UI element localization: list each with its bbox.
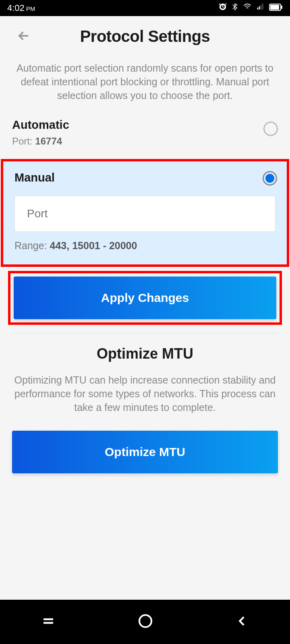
automatic-title: Automatic: [12, 118, 278, 132]
status-bar: 4:02 PM: [0, 0, 290, 16]
manual-radio[interactable]: [263, 171, 277, 186]
mtu-section-title: Optimize MTU: [0, 345, 290, 362]
wifi-icon: [242, 3, 252, 13]
port-input[interactable]: [14, 196, 276, 232]
svg-rect-5: [270, 5, 279, 10]
svg-rect-0: [257, 8, 259, 10]
status-icons: [218, 2, 283, 14]
battery-icon: [269, 3, 283, 13]
svg-rect-3: [262, 4, 263, 10]
manual-highlight: Manual Range: 443, 15001 - 20000: [1, 159, 289, 267]
port-description: Automatic port selection randomly scans …: [0, 62, 290, 102]
automatic-radio[interactable]: [263, 122, 278, 136]
manual-title: Manual: [14, 171, 276, 184]
signal-icon: [256, 3, 265, 13]
time-value: 4:02: [7, 3, 25, 13]
automatic-port-label: Port:: [12, 136, 35, 147]
divider: [12, 333, 278, 333]
back-nav-button[interactable]: [235, 614, 249, 630]
navigation-bar: [0, 600, 290, 644]
optimize-mtu-button[interactable]: Optimize MTU: [12, 431, 278, 473]
status-time: 4:02 PM: [7, 3, 35, 13]
time-ampm: PM: [26, 5, 35, 12]
page-title: Protocol Settings: [12, 27, 278, 45]
back-button[interactable]: [16, 28, 31, 45]
automatic-port: Port: 16774: [12, 136, 278, 147]
alarm-icon: [218, 2, 227, 14]
mtu-description: Optimizing MTU can help increase connect…: [0, 374, 290, 414]
automatic-port-value: 16774: [35, 136, 62, 147]
home-button[interactable]: [137, 613, 153, 631]
recent-apps-button[interactable]: [41, 614, 56, 630]
automatic-option[interactable]: Automatic Port: 16774: [0, 109, 290, 156]
bluetooth-icon: [231, 2, 238, 14]
svg-rect-2: [261, 5, 262, 10]
manual-option[interactable]: Manual Range: 443, 15001 - 20000: [3, 161, 287, 264]
apply-highlight: Apply Changes: [8, 271, 282, 325]
range-value: 443, 15001 - 20000: [50, 240, 137, 251]
svg-rect-1: [259, 6, 260, 9]
svg-rect-6: [281, 6, 282, 9]
port-range: Range: 443, 15001 - 20000: [14, 240, 276, 252]
apply-changes-button[interactable]: Apply Changes: [14, 277, 276, 319]
header: Protocol Settings: [0, 16, 290, 57]
svg-point-9: [139, 615, 151, 627]
range-label: Range:: [14, 240, 50, 251]
